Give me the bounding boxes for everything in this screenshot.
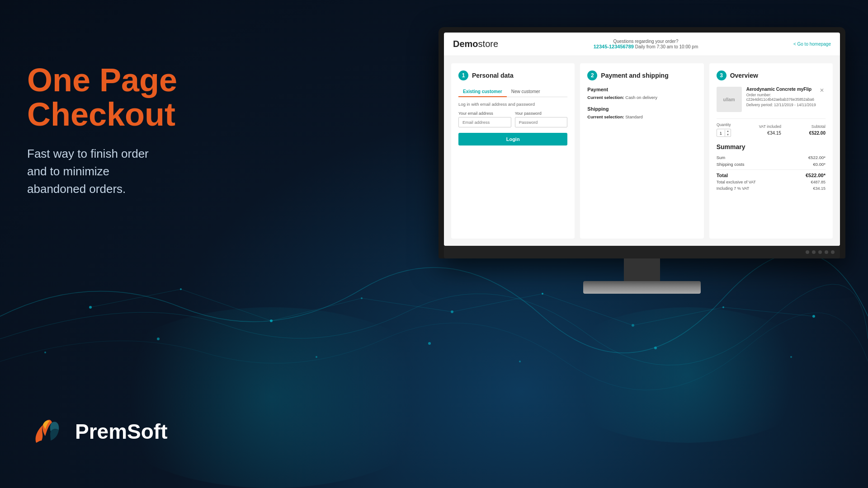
svg-point-17: [44, 352, 46, 353]
subtitle: Fast way to finish orderand to minimizea…: [27, 145, 177, 198]
quantity-row: Quantity 1 ▲ ▼ VAT inclu: [717, 118, 826, 137]
svg-point-18: [157, 338, 160, 340]
section3-header: 3 Overview: [717, 70, 826, 80]
svg-line-12: [362, 298, 452, 312]
monitor-bezel-bottom: [444, 246, 840, 258]
qty-up[interactable]: ▲: [725, 129, 731, 133]
login-button[interactable]: Login: [458, 133, 567, 145]
svg-point-21: [519, 361, 521, 362]
password-label: Your password: [515, 111, 568, 116]
summary-total-row: Total €522.00*: [717, 173, 826, 178]
logo-area: PremSoft: [27, 411, 167, 452]
email-group: Your email address: [458, 111, 511, 127]
section1-number: 1: [458, 70, 468, 80]
bezel-dot-3: [818, 250, 822, 254]
monitor-stand-base: [583, 281, 701, 294]
svg-point-20: [428, 342, 431, 345]
section-overview: 3 Overview ullam Aerodynamic Concrete my…: [709, 63, 833, 239]
svg-line-10: [181, 289, 271, 321]
customer-tabs: Existing customer New customer: [458, 87, 567, 97]
quantity-col: Quantity 1 ▲ ▼: [717, 122, 731, 137]
exclusive-label: Total exclusive of VAT: [717, 180, 756, 184]
shipping-selection: Current selection: Standard: [587, 114, 696, 119]
checkout-header: Demostore Questions regarding your order…: [444, 33, 840, 56]
payment-selection-prefix: Current selection:: [587, 95, 624, 100]
svg-line-11: [271, 298, 362, 321]
quantity-value: 1: [717, 130, 725, 136]
exclusive-value: €487.85: [811, 180, 826, 184]
product-card: ullam Aerodynamic Concrete myFlip Order …: [717, 87, 826, 112]
store-logo-regular: store: [478, 39, 498, 49]
login-form-row: Your email address Your password: [458, 111, 567, 127]
shipping-cost-value: €0.00*: [813, 162, 826, 167]
product-delivery: Delivery period: 12/11/2019 - 14/11/2019: [746, 103, 826, 107]
shipping-label: Shipping: [587, 106, 696, 112]
checkout-body: 1 Personal data Existing customer New cu…: [444, 56, 840, 246]
section3-title: Overview: [730, 72, 758, 79]
qty-down[interactable]: ▼: [725, 133, 731, 136]
password-group: Your password: [515, 111, 568, 127]
shipping-selection-prefix: Current selection:: [587, 114, 624, 119]
section2-number: 2: [587, 70, 597, 80]
login-hint: Log in with email address and password: [458, 102, 567, 107]
premsoft-logo-icon: [27, 411, 68, 452]
total-label: Total: [717, 173, 728, 178]
quantity-stepper[interactable]: ▲ ▼: [725, 129, 731, 136]
summary-sum-row: Sum €522.00*: [717, 155, 826, 160]
tab-existing-customer[interactable]: Existing customer: [458, 87, 507, 97]
checkout-ui: Demostore Questions regarding your order…: [444, 33, 840, 246]
monitor-stand-neck: [624, 258, 660, 281]
summary-exclusive-row: Total exclusive of VAT €487.85: [717, 180, 826, 184]
email-input[interactable]: [458, 117, 511, 127]
homepage-link[interactable]: < Go to homepage: [793, 42, 831, 47]
payment-selection-value: Cash on delivery: [625, 95, 657, 100]
bezel-dot-2: [812, 250, 816, 254]
shipping-selection-value: Standard: [625, 114, 643, 119]
contact-phone: 12345-123456789: [594, 44, 634, 49]
vat-value: €34.15: [759, 131, 781, 136]
summary-divider: [717, 169, 826, 170]
monitor: Demostore Questions regarding your order…: [439, 27, 845, 294]
store-logo: Demostore: [453, 39, 498, 49]
order-number: c22e4d411c4b42aebab376e35852aba6: [746, 97, 814, 102]
sum-label: Sum: [717, 155, 726, 160]
svg-point-19: [316, 356, 317, 358]
svg-line-14: [542, 294, 633, 325]
store-logo-bold: Demo: [453, 39, 478, 49]
summary-shipping-row: Shipping costs €0.00*: [717, 162, 826, 167]
tab-new-customer[interactable]: New customer: [507, 87, 545, 97]
monitor-frame: Demostore Questions regarding your order…: [439, 27, 845, 258]
vat-label: VAT included: [759, 124, 781, 129]
section3-number: 3: [717, 70, 726, 80]
vat-incl-label: Including 7 % VAT: [717, 186, 750, 191]
headline-line1: One Page: [27, 62, 177, 98]
section2-header: 2 Payment and shipping: [587, 70, 696, 80]
subtotal-value: €522.00: [809, 131, 826, 136]
svg-line-9: [90, 289, 181, 307]
bezel-dot-1: [806, 250, 809, 254]
product-order: Order number: c22e4d411c4b42aebab376e358…: [746, 93, 826, 102]
total-value: €522.00*: [806, 173, 826, 178]
subtotal-label: Subtotal: [809, 124, 826, 129]
quantity-control: 1 ▲ ▼: [717, 129, 731, 137]
contact-hours: Daily from 7:30 am to 10:00 pm: [635, 44, 698, 49]
delivery-label: Delivery period:: [746, 103, 773, 107]
product-name: Aerodynamic Concrete myFlip: [746, 87, 826, 92]
summary-title: Summary: [717, 143, 826, 150]
bezel-dot-4: [825, 250, 828, 254]
payment-block: Payment Current selection: Cash on deliv…: [587, 87, 696, 100]
monitor-screen: Demostore Questions regarding your order…: [444, 33, 840, 246]
order-label: Order number:: [746, 93, 771, 97]
remove-product-button[interactable]: ✕: [818, 87, 826, 94]
payment-label: Payment: [587, 87, 696, 92]
section1-header: 1 Personal data: [458, 70, 567, 80]
shipping-block: Shipping Current selection: Standard: [587, 106, 696, 119]
section-payment-shipping: 2 Payment and shipping Payment Current s…: [580, 63, 703, 239]
vat-incl-value: €34.15: [813, 186, 826, 191]
product-image: ullam: [717, 87, 742, 112]
logo-text: PremSoft: [75, 419, 167, 444]
password-input[interactable]: [515, 117, 568, 127]
contact-label: Questions regarding your order?: [594, 39, 698, 44]
header-contact: Questions regarding your order? 12345-12…: [594, 39, 698, 49]
subtotal-col: Subtotal €522.00: [809, 124, 826, 136]
